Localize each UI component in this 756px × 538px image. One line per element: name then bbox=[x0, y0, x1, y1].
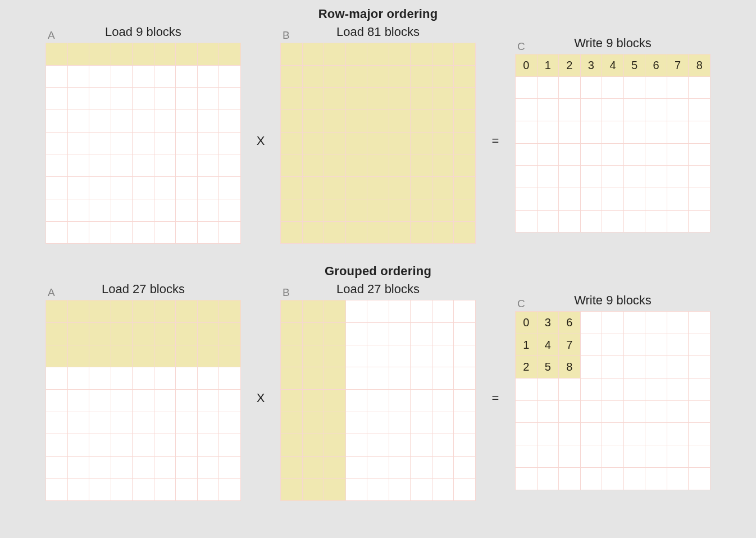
matrix-c-grid-grouped: 0 3 6 1 4 7 2 5 8 bbox=[515, 311, 711, 490]
matrix-a-grid bbox=[45, 43, 241, 244]
c-cell: 1 bbox=[516, 334, 538, 356]
matrix-a-panel: A Load 9 blocks bbox=[45, 24, 241, 244]
matrix-c-label-grouped: C bbox=[517, 298, 525, 310]
matrix-b-caption: Load 81 blocks bbox=[336, 25, 420, 39]
c-cell: 2 bbox=[516, 356, 538, 379]
c-cell: 8 bbox=[689, 54, 711, 76]
matrix-c-label: C bbox=[517, 40, 525, 53]
c-cell: 3 bbox=[537, 312, 559, 334]
equals-symbol-grouped: = bbox=[476, 376, 515, 405]
matrix-a-caption-grouped: Load 27 blocks bbox=[102, 282, 185, 297]
matrix-a-label-grouped: A bbox=[48, 286, 55, 299]
section-title-grouped: Grouped ordering bbox=[0, 264, 756, 279]
matrix-a-caption: Load 9 blocks bbox=[105, 25, 181, 39]
grouped-row: A Load 27 blocks X B Load 27 blocks bbox=[0, 281, 756, 501]
matrix-c-panel: C Write 9 blocks 0 1 2 3 4 5 6 7 8 bbox=[515, 35, 711, 233]
c-cell: 6 bbox=[559, 312, 581, 334]
matrix-b-grid-grouped bbox=[280, 300, 476, 501]
c-cell: 0 bbox=[516, 312, 538, 334]
c-cell: 5 bbox=[623, 54, 645, 76]
c-cell: 0 bbox=[516, 54, 538, 76]
c-cell: 5 bbox=[537, 356, 559, 379]
matrix-c-caption-grouped: Write 9 blocks bbox=[574, 293, 652, 308]
matrix-b-panel-grouped: B Load 27 blocks bbox=[280, 281, 476, 501]
c-cell: 2 bbox=[559, 54, 581, 76]
matrix-c-grid: 0 1 2 3 4 5 6 7 8 bbox=[515, 54, 711, 233]
matrix-b-panel: B Load 81 blocks bbox=[280, 24, 476, 244]
c-cell: 4 bbox=[537, 334, 559, 356]
equals-symbol: = bbox=[476, 119, 515, 148]
matrix-b-caption-grouped: Load 27 blocks bbox=[336, 282, 420, 297]
matrix-b-label-grouped: B bbox=[283, 286, 290, 299]
c-cell: 7 bbox=[667, 54, 689, 76]
section-title-rowmajor: Row-major ordering bbox=[0, 7, 756, 21]
matrix-b-grid bbox=[280, 43, 476, 244]
matrix-b-label: B bbox=[283, 29, 290, 42]
c-cell: 8 bbox=[559, 356, 581, 379]
matrix-c-caption: Write 9 blocks bbox=[574, 36, 652, 51]
matrix-c-panel-grouped: C Write 9 blocks 0 3 6 1 4 7 2 5 8 bbox=[515, 292, 711, 490]
c-cell: 4 bbox=[602, 54, 624, 76]
c-cell: 1 bbox=[537, 54, 559, 76]
c-cell: 3 bbox=[580, 54, 602, 76]
times-symbol: X bbox=[241, 119, 280, 148]
times-symbol-grouped: X bbox=[241, 376, 280, 405]
row-major-row: A Load 9 blocks X B Load 81 blocks bbox=[0, 24, 756, 244]
matrix-a-panel-grouped: A Load 27 blocks bbox=[45, 281, 241, 501]
matrix-a-grid-grouped bbox=[45, 300, 241, 501]
matrix-a-label: A bbox=[48, 29, 55, 42]
c-cell: 6 bbox=[645, 54, 667, 76]
c-cell: 7 bbox=[559, 334, 581, 356]
